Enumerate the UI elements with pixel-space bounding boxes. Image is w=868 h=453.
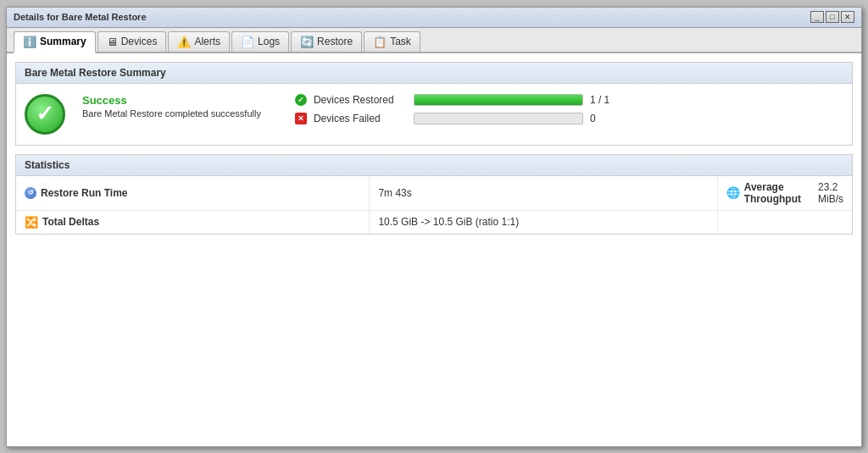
alerts-tab-icon: ⚠️ <box>177 36 191 48</box>
statistics-section-title: Statistics <box>25 159 70 171</box>
tab-devices[interactable]: 🖥 Devices <box>97 31 167 52</box>
statistics-section-body: ↺ Restore Run Time 7m 43s 🌐 Average <box>16 176 852 234</box>
statistics-table: ↺ Restore Run Time 7m 43s 🌐 Average <box>16 176 852 234</box>
avg-throughput-value-cell: 23.2 MiB/s <box>810 176 852 211</box>
summary-section-header: Bare Metal Restore Summary <box>16 63 852 84</box>
success-icon: ✓ <box>25 94 65 135</box>
table-row: ↺ Restore Run Time 7m 43s 🌐 Average <box>16 176 852 211</box>
tab-summary[interactable]: ℹ️ Summary <box>14 31 96 53</box>
title-bar: Details for Bare Metal Restore _ □ ✕ <box>7 8 861 28</box>
success-description: Bare Metal Restore completed successfull… <box>82 108 261 119</box>
tab-alerts[interactable]: ⚠️ Alerts <box>168 31 230 52</box>
restore-runtime-value-cell: 7m 43s <box>370 176 717 211</box>
total-deltas-value-cell: 10.5 GiB -> 10.5 GiB (ratio 1:1) <box>370 210 717 234</box>
devices-restored-icon: ✓ <box>295 94 307 106</box>
close-button[interactable]: ✕ <box>841 11 854 23</box>
avg-throughput-label-cell: 🌐 Average Throughput <box>717 176 810 211</box>
restore-runtime-icon: ↺ <box>25 187 36 199</box>
summary-row: ✓ Success Bare Metal Restore completed s… <box>25 94 843 135</box>
tab-task[interactable]: 📋 Task <box>364 31 420 52</box>
content-area: Bare Metal Restore Summary ✓ Success Bar… <box>7 53 861 446</box>
minimize-button[interactable]: _ <box>810 11 824 23</box>
devices-tab-icon: 🖥 <box>107 36 118 48</box>
restore-runtime-value: 7m 43s <box>378 187 411 199</box>
total-deltas-icon: 🔀 <box>25 216 38 229</box>
devices-failed-label: Devices Failed <box>314 113 407 124</box>
window-title: Details for Bare Metal Restore <box>14 12 147 22</box>
statistics-section: Statistics ↺ Restore Run Time <box>15 154 853 235</box>
total-deltas-label: 🔀 Total Deltas <box>25 216 360 229</box>
tab-devices-label: Devices <box>121 36 158 47</box>
summary-section-title: Bare Metal Restore Summary <box>25 67 166 79</box>
tab-alerts-label: Alerts <box>194 36 220 47</box>
restore-tab-icon: 🔄 <box>300 36 314 48</box>
restore-runtime-cell: ↺ Restore Run Time <box>16 176 370 211</box>
restore-runtime-label: ↺ Restore Run Time <box>25 187 360 199</box>
total-deltas-value: 10.5 GiB -> 10.5 GiB (ratio 1:1) <box>378 216 519 228</box>
tab-logs[interactable]: 📄 Logs <box>231 31 289 52</box>
main-window: Details for Bare Metal Restore _ □ ✕ ℹ️ … <box>6 7 862 447</box>
devices-failed-count: 0 <box>590 113 615 124</box>
devices-status-block: ✓ Devices Restored 1 / 1 ✕ Devices Faile… <box>295 94 615 124</box>
avg-throughput-icon: 🌐 <box>726 186 740 199</box>
statistics-section-header: Statistics <box>16 155 852 176</box>
tab-summary-label: Summary <box>40 36 86 47</box>
logs-tab-icon: 📄 <box>241 36 254 48</box>
total-deltas-label-cell: 🔀 Total Deltas <box>16 210 370 234</box>
devices-failed-row: ✕ Devices Failed 0 <box>295 113 615 124</box>
avg-throughput-label: 🌐 Average Throughput <box>726 181 801 205</box>
table-row: 🔀 Total Deltas 10.5 GiB -> 10.5 GiB (rat… <box>16 210 852 234</box>
devices-failed-progress-bar <box>414 113 583 124</box>
empty-cell-1 <box>717 210 810 234</box>
devices-restored-label: Devices Restored <box>314 94 407 106</box>
summary-section-body: ✓ Success Bare Metal Restore completed s… <box>16 84 852 145</box>
summary-tab-icon: ℹ️ <box>23 36 36 48</box>
tab-restore-label: Restore <box>317 36 353 47</box>
devices-restored-fill <box>415 95 582 105</box>
tab-logs-label: Logs <box>258 36 280 47</box>
empty-cell-2 <box>810 210 852 234</box>
devices-restored-count: 1 / 1 <box>590 94 615 106</box>
success-label: Success <box>82 94 261 107</box>
checkmark-icon: ✓ <box>36 102 54 124</box>
devices-failed-icon: ✕ <box>295 113 307 124</box>
devices-restored-progress-bar <box>414 94 583 106</box>
devices-restored-row: ✓ Devices Restored 1 / 1 <box>295 94 615 106</box>
success-text-block: Success Bare Metal Restore completed suc… <box>82 94 261 119</box>
tab-bar: ℹ️ Summary 🖥 Devices ⚠️ Alerts 📄 Logs 🔄 … <box>7 28 861 53</box>
title-bar-buttons: _ □ ✕ <box>810 11 854 23</box>
summary-section: Bare Metal Restore Summary ✓ Success Bar… <box>15 62 853 146</box>
restore-button[interactable]: □ <box>826 11 839 23</box>
task-tab-icon: 📋 <box>373 36 387 48</box>
tab-restore[interactable]: 🔄 Restore <box>291 31 362 52</box>
tab-task-label: Task <box>390 36 411 47</box>
avg-throughput-value: 23.2 MiB/s <box>818 181 843 205</box>
